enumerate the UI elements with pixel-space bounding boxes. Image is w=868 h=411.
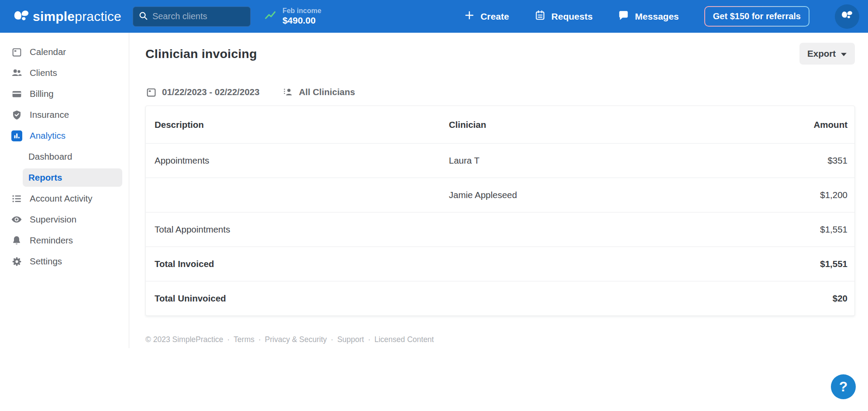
- sidebar-item-settings[interactable]: Settings: [0, 251, 129, 272]
- cell-amount: $1,551: [747, 224, 847, 235]
- brand-wordmark: simplepractice: [33, 9, 121, 24]
- clinician-filter[interactable]: All Clinicians: [282, 86, 355, 98]
- activity-list-icon: [11, 193, 22, 204]
- butterfly-avatar-icon: [841, 10, 853, 23]
- gear-icon: [11, 256, 22, 267]
- cell-amount: $20: [747, 293, 847, 304]
- eye-icon: [11, 214, 22, 225]
- clients-icon: [11, 67, 22, 79]
- cell-description: Appointments: [155, 155, 449, 166]
- date-range-filter[interactable]: 01/22/2023 - 02/22/2023: [145, 86, 259, 98]
- export-button[interactable]: Export: [799, 43, 855, 65]
- shield-check-icon: [11, 109, 22, 120]
- table-row-total-invoiced: Total Invoiced $1,551: [146, 247, 854, 281]
- top-navbar: simplepractice Feb income $490.00: [0, 0, 868, 33]
- sidebar-label: Clients: [30, 68, 57, 78]
- invoicing-table: Description Clinician Amount Appointment…: [145, 106, 855, 316]
- cell-clinician: Jamie Appleseed: [449, 190, 747, 200]
- sidebar: Calendar Clients Billing: [0, 33, 129, 348]
- copyright-text: © 2023 SimplePractice: [145, 335, 223, 344]
- footer-link-licensed-content[interactable]: Licensed Content: [368, 335, 434, 344]
- main-content: Clinician invoicing Export 01/22/2023 - …: [129, 33, 868, 411]
- cell-amount: $1,200: [747, 190, 847, 200]
- brand-logo: simplepractice: [13, 9, 121, 24]
- title-row: Clinician invoicing Export: [145, 43, 855, 65]
- column-header-clinician: Clinician: [449, 120, 747, 130]
- calendar-icon: [11, 46, 22, 58]
- footer-link-support[interactable]: Support: [331, 335, 364, 344]
- sidebar-label: Settings: [30, 256, 62, 267]
- search-input[interactable]: [152, 11, 245, 21]
- sidebar-item-billing[interactable]: Billing: [0, 83, 129, 104]
- analytics-bar-chart-icon: [11, 130, 22, 141]
- sidebar-item-dashboard[interactable]: Dashboard: [0, 146, 129, 167]
- sidebar-label: Insurance: [30, 110, 69, 120]
- sidebar-item-account-activity[interactable]: Account Activity: [0, 188, 129, 209]
- clinician-list-icon: [282, 86, 293, 98]
- messages-label: Messages: [635, 11, 679, 22]
- sidebar-item-insurance[interactable]: Insurance: [0, 104, 129, 125]
- bell-icon: [11, 235, 22, 246]
- sidebar-label: Reminders: [30, 235, 73, 246]
- table-row: Appointments Laura T $351: [146, 143, 854, 178]
- table-row-total-appointments: Total Appointments $1,551: [146, 212, 854, 247]
- page-title: Clinician invoicing: [145, 47, 257, 61]
- help-button[interactable]: ?: [831, 374, 856, 399]
- messages-button[interactable]: Messages: [618, 10, 679, 23]
- sidebar-selected-highlight: Reports: [23, 168, 122, 187]
- app-window: simplepractice Feb income $490.00: [0, 0, 868, 411]
- question-mark-icon: ?: [839, 379, 848, 395]
- butterfly-logo-icon: [13, 9, 30, 24]
- clipboard-icon: [534, 10, 546, 23]
- sidebar-item-reports[interactable]: Reports: [0, 167, 129, 188]
- column-header-description: Description: [155, 120, 449, 130]
- credit-card-icon: [11, 88, 22, 99]
- footer-link-terms[interactable]: Terms: [227, 335, 254, 344]
- page-footer: © 2023 SimplePractice Terms Privacy & Se…: [145, 335, 855, 344]
- sidebar-item-analytics[interactable]: Analytics: [0, 125, 129, 146]
- sidebar-item-supervision[interactable]: Supervision: [0, 209, 129, 230]
- cell-description: Total Appointments: [155, 224, 449, 235]
- referral-button[interactable]: Get $150 for referrals: [704, 6, 809, 27]
- search-icon: [138, 11, 148, 22]
- income-label: Feb income: [282, 7, 321, 15]
- cell-description: Total Invoiced: [155, 259, 449, 269]
- cell-description: Total Uninvoiced: [155, 293, 449, 304]
- date-range-value: 01/22/2023 - 02/22/2023: [162, 87, 259, 97]
- cell-clinician: Laura T: [449, 155, 747, 166]
- sidebar-label: Reports: [28, 172, 62, 183]
- chevron-down-icon: [840, 48, 847, 59]
- column-header-amount: Amount: [747, 120, 847, 130]
- report-filters: 01/22/2023 - 02/22/2023 All Clinicians: [145, 86, 855, 98]
- sidebar-label: Analytics: [30, 130, 65, 141]
- sidebar-item-clients[interactable]: Clients: [0, 62, 129, 83]
- plus-icon: [464, 10, 475, 23]
- referral-label: Get $150 for referrals: [705, 7, 809, 26]
- trend-line-icon: [264, 9, 277, 23]
- cell-amount: $351: [747, 155, 847, 166]
- client-search: [133, 7, 251, 27]
- table-header-row: Description Clinician Amount: [146, 106, 854, 143]
- sidebar-item-calendar[interactable]: Calendar: [0, 41, 129, 62]
- income-value: $490.00: [282, 15, 321, 26]
- account-avatar[interactable]: [835, 4, 859, 29]
- sidebar-item-reminders[interactable]: Reminders: [0, 230, 129, 251]
- clinician-filter-value: All Clinicians: [299, 87, 355, 97]
- export-label: Export: [807, 48, 836, 59]
- create-label: Create: [480, 11, 509, 22]
- footer-link-privacy[interactable]: Privacy & Security: [258, 335, 327, 344]
- income-text: Feb income $490.00: [282, 7, 321, 26]
- sidebar-label: Supervision: [30, 214, 76, 225]
- requests-label: Requests: [551, 11, 593, 22]
- table-row-total-uninvoiced: Total Uninvoiced $20: [146, 281, 854, 315]
- table-row: Jamie Appleseed $1,200: [146, 178, 854, 212]
- cell-amount: $1,551: [747, 259, 847, 269]
- sidebar-label: Account Activity: [30, 193, 93, 204]
- requests-button[interactable]: Requests: [534, 10, 593, 23]
- chat-bubble-icon: [618, 10, 629, 23]
- monthly-income-widget[interactable]: Feb income $490.00: [264, 7, 321, 26]
- navbar-actions: Create Requests Messag: [464, 4, 859, 29]
- calendar-icon: [145, 86, 157, 98]
- sidebar-label: Billing: [30, 89, 54, 99]
- create-button[interactable]: Create: [464, 10, 509, 23]
